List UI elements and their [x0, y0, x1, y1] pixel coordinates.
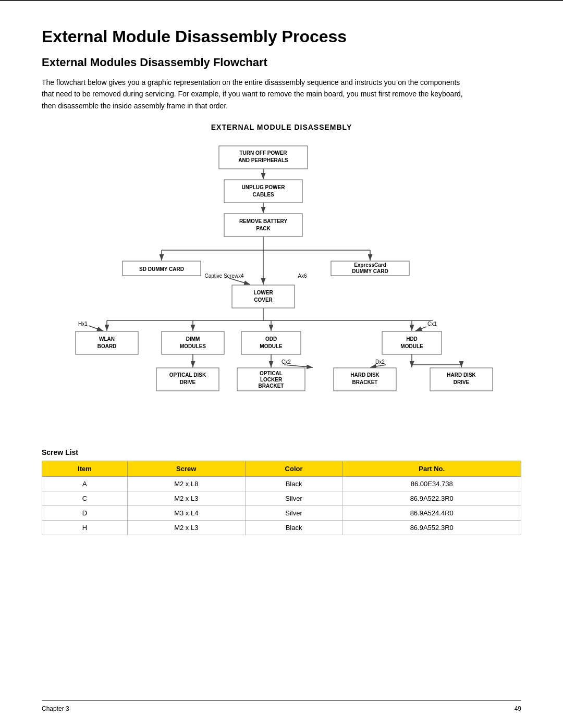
- page: External Module Disassembly Process Exte…: [0, 0, 563, 728]
- table-cell: 86.9A524.4R0: [342, 506, 521, 521]
- svg-rect-49: [382, 331, 442, 354]
- svg-text:Cx1: Cx1: [427, 321, 437, 327]
- svg-text:HARD DISK: HARD DISK: [350, 372, 380, 378]
- table-header-screw: Screw: [127, 461, 245, 477]
- svg-text:MODULE: MODULE: [400, 343, 423, 349]
- flowchart-heading: EXTERNAL MODULE DISASSEMBLY: [42, 123, 521, 131]
- svg-text:Dx2: Dx2: [375, 359, 385, 365]
- svg-text:WLAN: WLAN: [99, 336, 115, 342]
- svg-text:DRIVE: DRIVE: [180, 379, 196, 385]
- svg-text:PACK: PACK: [256, 226, 271, 231]
- svg-rect-5: [224, 180, 302, 203]
- svg-text:Ax6: Ax6: [298, 273, 307, 279]
- svg-rect-46: [241, 331, 301, 354]
- svg-line-37: [89, 326, 103, 331]
- table-cell: M2 x L3: [127, 521, 245, 535]
- svg-line-55: [284, 365, 313, 367]
- svg-text:MODULE: MODULE: [260, 343, 283, 349]
- footer-chapter: Chapter 3: [42, 705, 69, 712]
- svg-text:DUMMY CARD: DUMMY CARD: [352, 268, 388, 274]
- table-cell: C: [42, 491, 128, 506]
- svg-text:CABLES: CABLES: [252, 192, 274, 198]
- svg-text:HARD DISK: HARD DISK: [447, 372, 476, 378]
- flowchart-diagram: TURN OFF POWER AND PERIPHERALS UNPLUG PO…: [42, 141, 521, 443]
- table-cell: A: [42, 477, 128, 491]
- svg-text:ExpressCard: ExpressCard: [354, 262, 386, 268]
- table-header-color: Color: [245, 461, 342, 477]
- screw-list-section: Screw List Item Screw Color Part No. AM2…: [42, 448, 521, 535]
- table-cell: Black: [245, 521, 342, 535]
- svg-text:LOCKER: LOCKER: [260, 377, 283, 382]
- screw-table: Item Screw Color Part No. AM2 x L8Black8…: [42, 461, 521, 535]
- table-cell: Silver: [245, 491, 342, 506]
- table-cell: M3 x L4: [127, 506, 245, 521]
- svg-rect-9: [224, 214, 302, 237]
- table-row: HM2 x L3Black86.9A552.3R0: [42, 521, 521, 535]
- svg-rect-27: [232, 285, 295, 308]
- svg-text:DIMM: DIMM: [186, 336, 200, 342]
- svg-text:REMOVE BATTERY: REMOVE BATTERY: [239, 218, 288, 224]
- table-cell: M2 x L3: [127, 491, 245, 506]
- table-cell: M2 x L8: [127, 477, 245, 491]
- svg-line-25: [229, 278, 250, 285]
- svg-rect-43: [162, 331, 224, 354]
- table-cell: D: [42, 506, 128, 521]
- table-cell: 86.9A522.3R0: [342, 491, 521, 506]
- svg-text:SD DUMMY CARD: SD DUMMY CARD: [139, 266, 184, 272]
- flowchart-svg: TURN OFF POWER AND PERIPHERALS UNPLUG PO…: [47, 141, 516, 443]
- svg-text:Captive Screwx4: Captive Screwx4: [204, 273, 243, 279]
- svg-text:Cx2: Cx2: [282, 359, 291, 365]
- description: The flowchart below gives you a graphic …: [42, 77, 469, 112]
- svg-text:AND PERIPHERALS: AND PERIPHERALS: [238, 157, 288, 163]
- screw-list-label: Screw List: [42, 448, 521, 456]
- svg-text:OPTICAL DISK: OPTICAL DISK: [169, 372, 206, 378]
- table-header-partno: Part No.: [342, 461, 521, 477]
- table-row: AM2 x L8Black86.00E34.738: [42, 477, 521, 491]
- section-title: External Modules Disassembly Flowchart: [42, 56, 521, 69]
- svg-text:BRACKET: BRACKET: [352, 379, 378, 385]
- svg-text:TURN OFF POWER: TURN OFF POWER: [239, 150, 287, 156]
- svg-line-39: [415, 327, 426, 331]
- svg-text:BRACKET: BRACKET: [259, 383, 284, 389]
- table-cell: Silver: [245, 506, 342, 521]
- table-cell: H: [42, 521, 128, 535]
- footer-page: 49: [515, 705, 521, 712]
- page-title: External Module Disassembly Process: [42, 27, 521, 46]
- svg-rect-40: [76, 331, 138, 354]
- svg-text:OPTICAL: OPTICAL: [260, 371, 283, 376]
- table-row: DM3 x L4Silver86.9A524.4R0: [42, 506, 521, 521]
- table-cell: Black: [245, 477, 342, 491]
- svg-line-59: [370, 365, 386, 367]
- table-row: CM2 x L3Silver86.9A522.3R0: [42, 491, 521, 506]
- svg-text:HDD: HDD: [406, 336, 418, 342]
- svg-text:Hx1: Hx1: [78, 321, 88, 327]
- svg-text:BOARD: BOARD: [97, 343, 117, 349]
- svg-text:COVER: COVER: [254, 297, 273, 303]
- footer: Chapter 3 49: [42, 700, 521, 712]
- svg-text:UNPLUG POWER: UNPLUG POWER: [242, 184, 286, 190]
- table-cell: 86.00E34.738: [342, 477, 521, 491]
- svg-text:DRIVE: DRIVE: [454, 379, 470, 385]
- svg-text:MODULES: MODULES: [180, 343, 206, 349]
- table-header-item: Item: [42, 461, 128, 477]
- svg-text:LOWER: LOWER: [253, 290, 273, 295]
- svg-text:ODD: ODD: [265, 336, 277, 342]
- table-cell: 86.9A552.3R0: [342, 521, 521, 535]
